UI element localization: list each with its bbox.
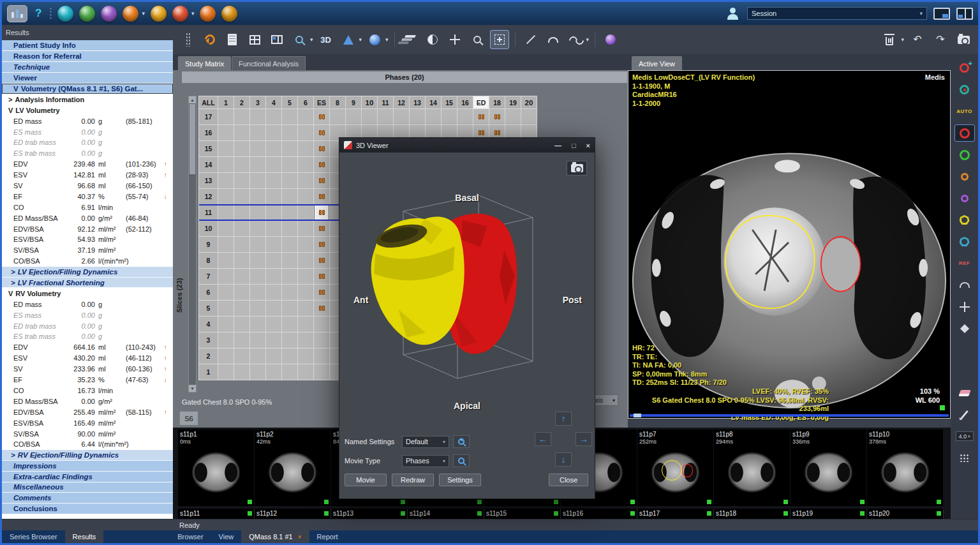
app-icon-amber[interactable]: [151, 6, 167, 22]
section-technique[interactable]: Technique: [2, 62, 173, 73]
app-icon-flame[interactable]: [200, 6, 216, 22]
matrix-cell-6-7[interactable]: [298, 269, 314, 285]
result-ed-trab-mass[interactable]: ED trab mass0.00g: [2, 320, 173, 331]
matrix-col-8[interactable]: 8: [330, 96, 346, 109]
result-ed-mass[interactable]: ED mass0.00g: [2, 299, 173, 310]
matrix-cell-15-17[interactable]: [442, 109, 457, 125]
settings-button[interactable]: Settings: [439, 474, 481, 486]
matrix-cell-ES-11[interactable]: [314, 205, 330, 221]
toolbar-grip[interactable]: [178, 30, 197, 49]
matrix-col-15[interactable]: 15: [442, 96, 457, 109]
dropdown-arrow[interactable]: ▾: [191, 10, 195, 17]
rotate-down-button[interactable]: ↓: [555, 452, 572, 467]
matrix-cell-3-1[interactable]: [250, 364, 266, 380]
thumbnail-s11p16[interactable]: s11p16: [561, 509, 637, 519]
screen-layout-icon[interactable]: [933, 8, 950, 20]
matrix-row-header-2[interactable]: 2: [199, 348, 218, 364]
close-icon[interactable]: ×: [586, 142, 590, 149]
tab-study-matrix[interactable]: Study Matrix: [178, 56, 231, 70]
matrix-col-1[interactable]: 1: [218, 96, 234, 109]
matrix-cell-4-6[interactable]: [266, 285, 282, 301]
matrix-cell-4-4[interactable]: [266, 317, 282, 332]
section-miscellaneous[interactable]: Miscellaneous: [2, 482, 173, 493]
active-view-panel[interactable]: Medis LowDoseCT_(LV RV Function)1-1-1900…: [628, 70, 951, 419]
matrix-cell-3-13[interactable]: [250, 173, 266, 189]
matrix-col-ES[interactable]: ES: [314, 96, 330, 109]
matrix-cell-4-12[interactable]: [266, 189, 282, 205]
matrix-cell-3-17[interactable]: [250, 109, 266, 125]
view-tab-report[interactable]: Report: [309, 530, 346, 543]
scroll-down-icon[interactable]: ▼: [189, 385, 196, 392]
matrix-cell-5-15[interactable]: [282, 141, 298, 157]
matrix-cell-16-17[interactable]: [457, 109, 473, 125]
matrix-cell-4-15[interactable]: [266, 141, 282, 157]
matrix-cell-6-8[interactable]: [298, 253, 314, 269]
matrix-layout-icon[interactable]: [245, 30, 264, 49]
matrix-cell-6-11[interactable]: [298, 205, 314, 221]
matrix-cell-6-13[interactable]: [298, 173, 314, 189]
thumbnail-s11p7[interactable]: s11p7252ms: [637, 429, 713, 506]
matrix-cell-2-11[interactable]: [234, 205, 250, 221]
eraser-button[interactable]: [954, 384, 975, 401]
thumbnail-s11p18[interactable]: s11p18: [714, 509, 791, 519]
matrix-cell-3-15[interactable]: [250, 141, 266, 157]
matrix-scrollbar[interactable]: ▲ ▼: [188, 96, 197, 392]
matrix-cell-5-4[interactable]: [282, 317, 298, 332]
matrix-row-header-10[interactable]: 10: [199, 221, 218, 237]
section-lv-volumetry[interactable]: VLV Volumetry: [2, 105, 173, 116]
matrix-cell-18-17[interactable]: [489, 109, 505, 125]
matrix-cell-1-11[interactable]: [218, 205, 234, 221]
result-esv-bsa[interactable]: ESV/BSA165.49ml/m²: [2, 417, 173, 428]
thumbnail-s11p12[interactable]: s11p12: [255, 509, 331, 519]
matrix-cell-2-1[interactable]: [234, 364, 250, 380]
ruler-icon[interactable]: [521, 30, 540, 49]
matrix-cell-4-17[interactable]: [266, 109, 282, 125]
arc-tool-button[interactable]: [954, 276, 975, 294]
matrix-col-20[interactable]: 20: [521, 96, 537, 109]
matrix-col-14[interactable]: 14: [426, 96, 442, 109]
auto-detect-button[interactable]: [954, 81, 975, 98]
matrix-cell-ES-16[interactable]: [314, 125, 330, 141]
thumbnail-s11p15[interactable]: s11p15: [484, 509, 561, 519]
matrix-cell-12-17[interactable]: [394, 109, 410, 125]
matrix-corner-all[interactable]: ALL: [199, 96, 218, 109]
matrix-cell-6-17[interactable]: [298, 109, 314, 125]
matrix-cell-4-10[interactable]: [266, 221, 282, 237]
matrix-cell-3-7[interactable]: [250, 269, 266, 285]
tree-expand-icon[interactable]: V: [13, 85, 19, 93]
maximize-icon[interactable]: □: [572, 142, 576, 149]
tree-expand-icon[interactable]: V: [8, 107, 13, 114]
thumbnail-s11p1[interactable]: s11p10ms: [178, 429, 254, 506]
scroll-thumb[interactable]: [189, 104, 195, 174]
view-tab-qmass-8-1-1[interactable]: QMass 8.1 #1×: [241, 530, 309, 543]
roi-yellow-button[interactable]: [954, 211, 975, 228]
result-ef[interactable]: EF40.37%(55-74)↓: [2, 191, 173, 202]
matrix-cell-6-12[interactable]: [298, 189, 314, 205]
section-reason-for-referral[interactable]: Reason for Referral: [2, 51, 173, 62]
tab-functional-analysis[interactable]: Functional Analysis: [232, 56, 306, 70]
undo-button[interactable]: ↶: [908, 30, 927, 49]
result-edv-bsa[interactable]: EDV/BSA255.49ml/m²(58-115)↑: [2, 407, 173, 417]
matrix-cell-6-10[interactable]: [298, 221, 314, 237]
matrix-cell-2-3[interactable]: [234, 332, 250, 348]
matrix-col-19[interactable]: 19: [505, 96, 521, 109]
matrix-cell-4-11[interactable]: [266, 205, 282, 221]
matrix-cell-4-14[interactable]: [266, 157, 282, 173]
dropdown-arrow[interactable]: ▾: [359, 36, 362, 43]
section-analysis-information[interactable]: >Analysis Information: [2, 94, 173, 105]
matrix-col-9[interactable]: 9: [346, 96, 362, 109]
matrix-cell-5-10[interactable]: [282, 221, 298, 237]
matrix-cell-2-14[interactable]: [234, 157, 250, 173]
matrix-cell-ES-10[interactable]: [314, 221, 330, 237]
medis-suite-logo[interactable]: [7, 5, 27, 22]
dropdown-arrow[interactable]: ▾: [142, 10, 145, 17]
matrix-cell-1-9[interactable]: [218, 237, 234, 253]
sphere-view-icon[interactable]: [365, 30, 384, 49]
matrix-row-header-6[interactable]: 6: [199, 285, 218, 301]
app-icon-teal[interactable]: [57, 6, 73, 22]
thickness-dropdown[interactable]: 4.0: [954, 428, 975, 445]
result-es-trab-mass[interactable]: ES trab mass0.00g: [2, 331, 173, 342]
matrix-cell-3-16[interactable]: [250, 125, 266, 141]
matrix-cell-3-14[interactable]: [250, 157, 266, 173]
matrix-cell-5-11[interactable]: [282, 205, 298, 221]
